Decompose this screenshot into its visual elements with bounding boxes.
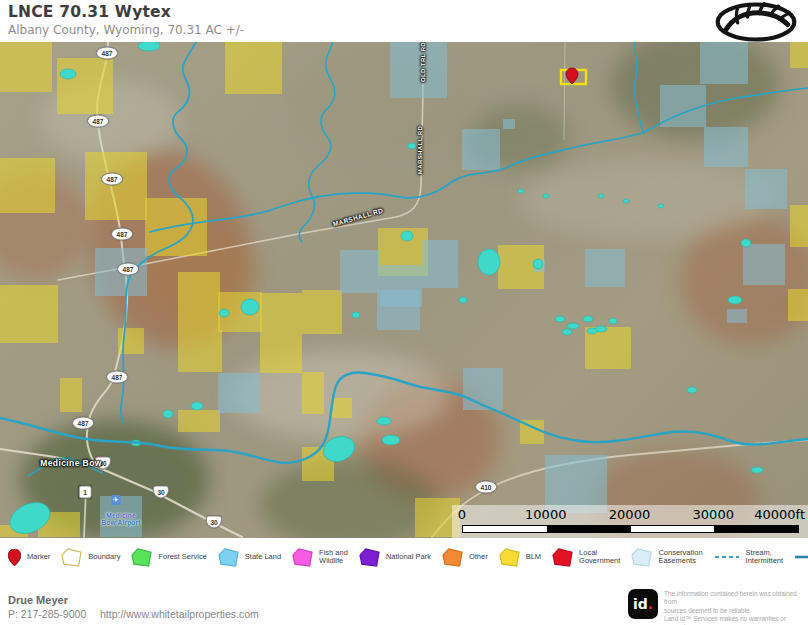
legend-item-marker: Marker xyxy=(8,549,50,566)
map-report-page: LNCE 70.31 Wytex Albany County, Wyoming,… xyxy=(0,0,808,625)
legend-item-blm: BLM xyxy=(499,548,541,567)
legend-item-other: Other xyxy=(442,548,488,567)
page-title: LNCE 70.31 Wytex xyxy=(8,3,171,21)
legend-other-icon xyxy=(442,548,463,567)
legend-item-forest-service: Forest Service xyxy=(131,548,206,567)
legend-stream-intermittent-icon xyxy=(714,553,740,561)
road-label: MARSHALL RD xyxy=(417,126,423,174)
legend-item-local-government: Local Government xyxy=(552,548,620,567)
map-annotations-layer: 4874874874874874874873030301410MARSHALL … xyxy=(0,42,808,538)
land-id-logo-dot: . xyxy=(648,596,653,612)
legend-label: Stream, Intermittent xyxy=(746,549,784,566)
scale-tick-label: 30000 xyxy=(693,507,734,522)
legend-fish-and-wildlife-icon xyxy=(292,548,313,567)
legend-state-land-icon xyxy=(218,548,239,567)
highway-shield-487: 487 xyxy=(111,228,133,241)
scale-segment xyxy=(714,526,798,532)
legend-national-park-icon xyxy=(359,548,380,567)
map-legend: MarkerBoundaryForest ServiceState LandFi… xyxy=(0,538,808,576)
road-label: OLD TRL RD xyxy=(420,42,426,82)
road-label: MARSHALL RD xyxy=(332,206,384,227)
header: LNCE 70.31 Wytex Albany County, Wyoming,… xyxy=(0,0,808,42)
airport-icon: ✈ xyxy=(111,495,121,505)
scale-bar-segments xyxy=(462,525,799,533)
page-subtitle: Albany County, Wyoming, 70.31 AC +/- xyxy=(8,23,244,37)
land-id-logo: id. xyxy=(628,589,658,619)
website-link[interactable]: http://www.whitetailproperties.com xyxy=(100,608,259,620)
land-id-logo-text: id xyxy=(633,596,648,612)
legend-item-state-land: State Land xyxy=(218,548,281,567)
agent-name: Drue Meyer xyxy=(8,594,68,606)
legend-blm-icon xyxy=(499,548,520,567)
place-label: Medicine Bow Airport xyxy=(101,512,140,526)
legend-label: Other xyxy=(469,553,488,561)
agent-phone: P: 217-285-9000 xyxy=(8,608,86,620)
scale-bar-labels: 010000200003000040000ft xyxy=(452,507,808,523)
legend-label: Marker xyxy=(27,553,50,561)
highway-shield-487: 487 xyxy=(106,371,128,384)
legend-item-fish-and-wildlife: Fish and Wildlife xyxy=(292,548,348,567)
highway-shield-487: 487 xyxy=(72,417,94,430)
highway-shield-410: 410 xyxy=(475,481,497,494)
legend-label: BLM xyxy=(526,553,541,561)
highway-shield-487: 487 xyxy=(87,115,109,128)
whitetail-antler-logo xyxy=(714,2,798,42)
highway-shield-30: 30 xyxy=(206,516,222,529)
highway-shield-30: 30 xyxy=(153,486,169,499)
legend-label: Local Government xyxy=(579,549,620,566)
legend-label: Forest Service xyxy=(158,553,206,561)
map-canvas[interactable]: 4874874874874874874873030301410MARSHALL … xyxy=(0,42,808,538)
legend-marker-icon xyxy=(8,549,21,566)
legend-item-national-park: National Park xyxy=(359,548,431,567)
legend-label: Fish and Wildlife xyxy=(319,549,348,566)
footer: Drue Meyer P: 217-285-9000 http://www.wh… xyxy=(0,576,808,625)
scale-tick-label: 10000 xyxy=(525,507,566,522)
scale-segment xyxy=(547,526,631,532)
highway-shield-487: 487 xyxy=(117,263,139,276)
legend-river-creek-icon xyxy=(794,553,808,561)
scale-bar: 010000200003000040000ft xyxy=(452,505,808,538)
scale-tick-label: 0 xyxy=(458,507,466,522)
antler-logo-icon xyxy=(714,2,798,42)
legend-boundary-icon xyxy=(61,548,82,567)
legend-item-stream-intermittent: Stream, Intermittent xyxy=(714,549,784,566)
legend-conservation-easements-icon xyxy=(631,548,652,567)
highway-shield-487: 487 xyxy=(96,47,118,60)
scale-tick-label: 20000 xyxy=(609,507,650,522)
disclaimer-text: The information contained herein was obt… xyxy=(664,590,806,625)
legend-label: Boundary xyxy=(88,553,120,561)
legend-label: State Land xyxy=(245,553,281,561)
highway-shield-487: 487 xyxy=(101,173,123,186)
legend-item-river-creek: River/Creek xyxy=(794,553,808,561)
scale-segment xyxy=(463,526,547,532)
scale-end-label: 40000ft xyxy=(754,507,805,522)
legend-forest-service-icon xyxy=(131,548,152,567)
legend-label: National Park xyxy=(386,553,431,561)
legend-local-government-icon xyxy=(552,548,573,567)
legend-label: Conservation Easements xyxy=(658,549,702,566)
legend-item-boundary: Boundary xyxy=(61,548,120,567)
scale-segment xyxy=(631,526,715,532)
highway-shield-1: 1 xyxy=(79,486,92,499)
legend-item-conservation-easements: Conservation Easements xyxy=(631,548,702,567)
place-label: Medicine Bow xyxy=(40,458,101,468)
